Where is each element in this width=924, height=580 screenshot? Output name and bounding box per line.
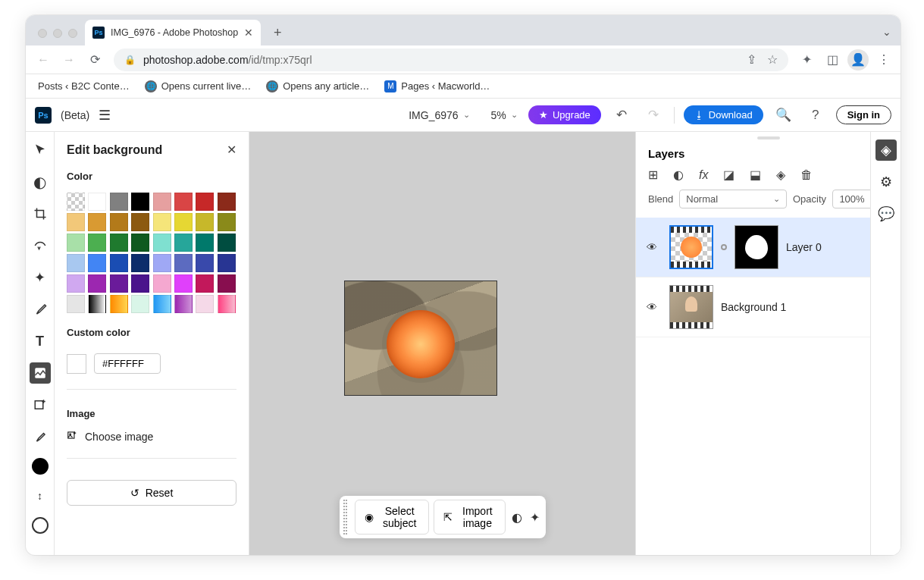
delete-layer-icon[interactable]: 🗑 — [800, 168, 813, 182]
color-swatch[interactable] — [174, 274, 193, 293]
visibility-toggle-icon[interactable]: 👁 — [647, 241, 662, 253]
color-swatch[interactable] — [88, 295, 106, 313]
undo-button[interactable]: ↶ — [610, 104, 633, 127]
tablist-chevron-icon[interactable]: ⌄ — [882, 26, 891, 38]
color-swatch[interactable] — [174, 295, 193, 313]
layer-row[interactable]: 👁 Layer 0 ⚙ — [636, 218, 901, 277]
color-swatch[interactable] — [196, 295, 214, 313]
color-swatch[interactable] — [67, 295, 85, 313]
properties-icon[interactable]: ⚙ — [875, 171, 897, 193]
color-swatch[interactable] — [131, 193, 149, 211]
layer-group-icon[interactable]: ◈ — [776, 168, 785, 182]
add-layer-icon[interactable]: ⊞ — [648, 168, 658, 182]
zoom-dropdown[interactable]: 5%⌄ — [491, 109, 518, 121]
color-swatch[interactable] — [131, 274, 149, 293]
bookmark-item[interactable]: 🌐Opens any article… — [266, 80, 369, 92]
color-swatch[interactable] — [196, 193, 214, 211]
panel-drag-handle[interactable] — [757, 136, 780, 140]
add-mask-icon[interactable]: ◪ — [723, 168, 735, 182]
adjustment-layer-icon[interactable]: ◐ — [673, 168, 684, 182]
color-swatch[interactable] — [131, 295, 149, 313]
color-swatch[interactable] — [88, 213, 106, 231]
color-swatch[interactable] — [131, 254, 149, 272]
select-subject-button[interactable]: ◉Select subject — [355, 500, 430, 535]
color-swatch[interactable] — [67, 234, 85, 252]
close-panel-icon[interactable]: ✕ — [227, 143, 236, 157]
color-swatch[interactable] — [110, 213, 128, 231]
color-swatch[interactable] — [67, 254, 85, 272]
signin-button[interactable]: Sign in — [836, 105, 891, 124]
comments-icon[interactable]: 💬 — [875, 203, 897, 224]
color-swatch[interactable] — [218, 274, 236, 293]
color-swatch[interactable] — [174, 254, 193, 272]
color-swatch[interactable] — [131, 234, 149, 252]
clip-mask-icon[interactable]: ⬓ — [750, 168, 761, 182]
drag-handle-icon[interactable] — [343, 500, 346, 535]
opacity-value[interactable]: 100% — [832, 190, 872, 208]
upgrade-button[interactable]: ★Upgrade — [528, 105, 601, 124]
layers-view-icon[interactable]: ◈ — [875, 140, 897, 161]
profile-avatar-icon[interactable]: 👤 — [847, 49, 869, 71]
layer-thumbnail[interactable] — [669, 285, 713, 329]
color-swatch[interactable] — [153, 274, 171, 293]
choose-image-button[interactable]: Choose image — [67, 430, 236, 443]
color-swatch[interactable] — [110, 254, 128, 272]
color-swatch[interactable] — [88, 254, 106, 272]
import-image-button[interactable]: ⇱Import image — [434, 500, 506, 535]
download-button[interactable]: ⭳Download — [684, 105, 763, 124]
crop-tool[interactable] — [30, 203, 51, 224]
color-swatch[interactable] — [110, 193, 128, 211]
color-swatch[interactable] — [153, 295, 171, 313]
bookmark-star-icon[interactable]: ☆ — [767, 52, 778, 67]
color-swatch[interactable] — [218, 295, 236, 313]
layer-thumbnail[interactable] — [669, 225, 713, 269]
layer-mask-thumbnail[interactable] — [735, 225, 778, 269]
browser-tab[interactable]: Ps IMG_6976 - Adobe Photoshop ✕ — [85, 20, 261, 45]
browser-menu-icon[interactable]: ⋮ — [873, 49, 894, 71]
close-tab-icon[interactable]: ✕ — [244, 27, 253, 39]
layer-name[interactable]: Layer 0 — [786, 241, 822, 253]
add-image-tool[interactable] — [30, 394, 51, 415]
reset-button[interactable]: ↺Reset — [67, 480, 236, 506]
side-panel-icon[interactable]: ◫ — [822, 49, 843, 71]
menu-icon[interactable]: ☰ — [99, 107, 111, 124]
color-swatch[interactable] — [196, 213, 214, 231]
forward-button[interactable]: → — [58, 49, 80, 71]
color-swatch[interactable] — [131, 213, 149, 231]
back-button[interactable]: ← — [32, 49, 55, 71]
color-swatch[interactable] — [174, 213, 193, 231]
adjust-tool[interactable]: ◐ — [30, 171, 51, 193]
share-icon[interactable]: ⇪ — [747, 52, 756, 67]
color-swatch[interactable] — [110, 274, 128, 293]
background-color[interactable] — [32, 517, 49, 534]
search-icon[interactable]: 🔍 — [772, 104, 795, 127]
new-tab-button[interactable]: + — [267, 22, 288, 43]
color-swatch[interactable] — [196, 274, 214, 293]
color-swatch[interactable] — [153, 234, 171, 252]
swap-colors-tool[interactable]: ↕ — [30, 485, 51, 506]
sparkle-icon[interactable]: ✦ — [528, 507, 542, 527]
color-swatch[interactable] — [174, 234, 193, 252]
layer-name[interactable]: Background 1 — [721, 301, 786, 313]
brush-tool[interactable] — [30, 299, 51, 320]
adjust-icon[interactable]: ◐ — [510, 507, 524, 527]
url-field[interactable]: 🔒 photoshop.adobe.com/id/tmp:x75qrl ⇪ ☆ — [114, 49, 788, 71]
photoshop-logo[interactable]: Ps — [35, 107, 52, 124]
blend-mode-select[interactable]: Normal⌄ — [679, 190, 787, 208]
redo-button[interactable]: ↷ — [642, 104, 665, 127]
color-swatch[interactable] — [196, 254, 214, 272]
layer-fx-icon[interactable]: fx — [699, 168, 708, 182]
bookmark-item[interactable]: Posts ‹ B2C Conte… — [38, 80, 130, 92]
canvas-image[interactable] — [344, 281, 497, 396]
color-swatch[interactable] — [153, 193, 171, 211]
color-swatch[interactable] — [88, 234, 106, 252]
eyedropper-tool[interactable] — [30, 426, 51, 447]
color-swatch[interactable] — [174, 193, 193, 211]
color-swatch[interactable] — [218, 234, 236, 252]
color-swatch[interactable] — [67, 213, 85, 231]
color-swatch[interactable] — [110, 295, 128, 313]
color-swatch[interactable] — [153, 254, 171, 272]
custom-color-swatch[interactable] — [67, 354, 86, 374]
color-swatch[interactable] — [67, 193, 85, 211]
canvas[interactable]: ◉Select subject ⇱Import image ◐ ✦ — [249, 132, 635, 555]
